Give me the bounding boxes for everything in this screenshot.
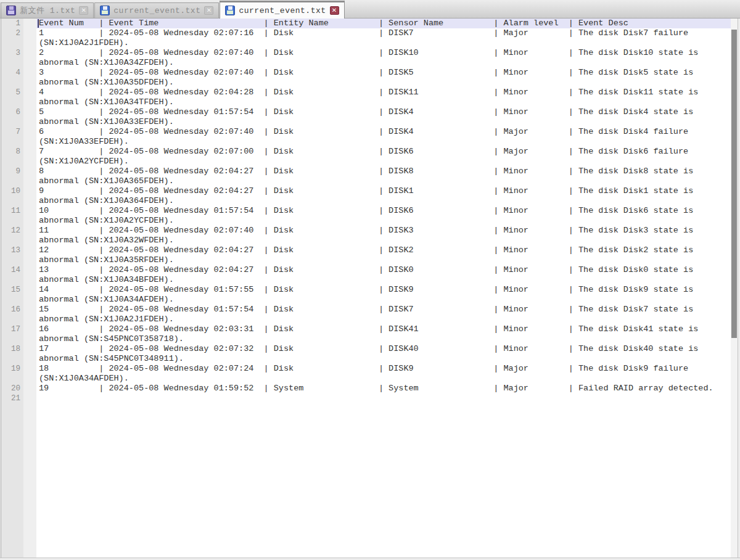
line-rows: 5 | 2024-05-08 Wednesday 01:57:54 | Disk… bbox=[36, 107, 731, 127]
text-row[interactable] bbox=[39, 393, 731, 403]
text-row-wrapped[interactable]: abnormal (SN:X1J0A35DFDEH). bbox=[39, 78, 731, 88]
line-rows: 13 | 2024-05-08 Wednesday 02:04:27 | Dis… bbox=[36, 265, 731, 285]
line-number[interactable]: 12 bbox=[1, 226, 23, 236]
line-number[interactable]: 17 bbox=[1, 324, 23, 334]
tab-title: current_event.txt bbox=[113, 6, 200, 15]
text-row-wrapped[interactable]: abnormal (SN:S45PNC0T358718). bbox=[39, 334, 731, 344]
scrollbar-thumb[interactable] bbox=[731, 30, 737, 338]
line-number[interactable]: 8 bbox=[1, 147, 23, 157]
text-line: 17 16 | 2024-05-08 Wednesday 02:03:31 | … bbox=[1, 324, 731, 344]
text-row[interactable]: 7 | 2024-05-08 Wednesday 02:07:00 | Disk… bbox=[39, 147, 731, 157]
line-number[interactable]: 4 bbox=[1, 68, 23, 78]
text-row[interactable]: 4 | 2024-05-08 Wednesday 02:04:28 | Disk… bbox=[39, 88, 731, 97]
window-border-right bbox=[738, 0, 740, 560]
text-row[interactable]: 8 | 2024-05-08 Wednesday 02:04:27 | Disk… bbox=[39, 167, 731, 176]
text-content: 1 Event Num | Event Time | Entity Name |… bbox=[1, 19, 731, 403]
text-line: 21 bbox=[1, 393, 731, 403]
text-row[interactable]: 14 | 2024-05-08 Wednesday 01:57:55 | Dis… bbox=[39, 285, 731, 295]
line-rows: 14 | 2024-05-08 Wednesday 01:57:55 | Dis… bbox=[36, 285, 731, 305]
tab-title: current_event.txt bbox=[239, 6, 326, 15]
line-rows: 9 | 2024-05-08 Wednesday 02:04:27 | Disk… bbox=[36, 186, 731, 206]
line-rows: 3 | 2024-05-08 Wednesday 02:07:40 | Disk… bbox=[36, 68, 731, 88]
text-row-wrapped[interactable]: abnormal (SN:S45PNC0T348911). bbox=[39, 354, 731, 364]
tab-new-file-1[interactable]: 新文件 1.txt ✕ bbox=[1, 2, 94, 18]
text-row[interactable]: 1 | 2024-05-08 Wednesday 02:07:16 | Disk… bbox=[39, 28, 731, 38]
text-row[interactable]: 12 | 2024-05-08 Wednesday 02:04:27 | Dis… bbox=[39, 245, 731, 255]
text-row[interactable]: 18 | 2024-05-08 Wednesday 02:07:24 | Dis… bbox=[39, 364, 731, 374]
line-number[interactable]: 14 bbox=[1, 265, 23, 275]
line-number[interactable]: 11 bbox=[1, 206, 23, 216]
text-row[interactable]: Event Num | Event Time | Entity Name | S… bbox=[39, 19, 731, 28]
line-rows: 11 | 2024-05-08 Wednesday 02:07:40 | Dis… bbox=[36, 226, 731, 245]
tab-current-event-2-active[interactable]: current_event.txt ✕ bbox=[220, 1, 344, 19]
text-row[interactable]: 2 | 2024-05-08 Wednesday 02:07:40 | Disk… bbox=[39, 48, 731, 58]
text-row-wrapped[interactable]: abnormal (SN:X1J0A33EFDEH). bbox=[39, 117, 731, 127]
line-number[interactable]: 9 bbox=[1, 167, 23, 176]
line-number[interactable]: 13 bbox=[1, 245, 23, 255]
line-number[interactable]: 5 bbox=[1, 88, 23, 97]
text-row-wrapped[interactable]: abnormal (SN:X1J0A34ZFDEH). bbox=[39, 58, 731, 68]
text-row[interactable]: 17 | 2024-05-08 Wednesday 02:07:32 | Dis… bbox=[39, 344, 731, 354]
tab-current-event-1[interactable]: current_event.txt ✕ bbox=[94, 2, 219, 18]
text-row-wrapped[interactable]: abnormal (SN:X1J0A34BFDEH). bbox=[39, 275, 731, 285]
text-row-wrapped[interactable]: (SN:X1J0A2YCFDEH). bbox=[39, 157, 731, 167]
text-caret bbox=[38, 19, 39, 28]
text-line: 7 6 | 2024-05-08 Wednesday 02:07:40 | Di… bbox=[1, 127, 731, 147]
text-row[interactable]: 5 | 2024-05-08 Wednesday 01:57:54 | Disk… bbox=[39, 107, 731, 117]
text-row[interactable]: 10 | 2024-05-08 Wednesday 01:57:54 | Dis… bbox=[39, 206, 731, 216]
line-rows: Event Num | Event Time | Entity Name | S… bbox=[36, 19, 731, 28]
text-line: 15 14 | 2024-05-08 Wednesday 01:57:55 | … bbox=[1, 285, 731, 305]
line-rows: 18 | 2024-05-08 Wednesday 02:07:24 | Dis… bbox=[36, 364, 731, 384]
line-number[interactable]: 16 bbox=[1, 305, 23, 315]
line-number[interactable]: 19 bbox=[1, 364, 23, 374]
line-rows: 10 | 2024-05-08 Wednesday 01:57:54 | Dis… bbox=[36, 206, 731, 226]
text-line: 10 9 | 2024-05-08 Wednesday 02:04:27 | D… bbox=[1, 186, 731, 206]
line-number[interactable]: 10 bbox=[1, 186, 23, 196]
text-row-wrapped[interactable]: (SN:X1J0A34AFDEH). bbox=[39, 374, 731, 384]
text-line: 2 1 | 2024-05-08 Wednesday 02:07:16 | Di… bbox=[1, 28, 731, 48]
line-rows: 4 | 2024-05-08 Wednesday 02:04:28 | Disk… bbox=[36, 88, 731, 107]
text-row[interactable]: 19 | 2024-05-08 Wednesday 01:59:52 | Sys… bbox=[39, 384, 731, 393]
close-icon[interactable]: ✕ bbox=[79, 6, 88, 15]
text-line: 4 3 | 2024-05-08 Wednesday 02:07:40 | Di… bbox=[1, 68, 731, 88]
text-line: 9 8 | 2024-05-08 Wednesday 02:04:27 | Di… bbox=[1, 167, 731, 186]
text-line: 6 5 | 2024-05-08 Wednesday 01:57:54 | Di… bbox=[1, 107, 731, 127]
line-number[interactable]: 6 bbox=[1, 107, 23, 117]
editor-area[interactable]: 1 Event Num | Event Time | Entity Name |… bbox=[1, 19, 731, 558]
text-row-wrapped[interactable]: abnormal (SN:X1J0A365FDEH). bbox=[39, 176, 731, 186]
close-icon[interactable]: ✕ bbox=[330, 6, 339, 15]
close-icon[interactable]: ✕ bbox=[204, 6, 213, 15]
save-file-icon bbox=[100, 6, 110, 15]
text-row-wrapped[interactable]: abnormal (SN:X1J0A2J1FDEH). bbox=[39, 315, 731, 324]
line-number[interactable]: 2 bbox=[1, 28, 23, 38]
text-row-wrapped[interactable]: (SN:X1J0A33EFDEH). bbox=[39, 137, 731, 147]
line-number[interactable]: 20 bbox=[1, 384, 23, 393]
line-number[interactable]: 18 bbox=[1, 344, 23, 354]
text-line: 3 2 | 2024-05-08 Wednesday 02:07:40 | Di… bbox=[1, 48, 731, 68]
line-rows: 6 | 2024-05-08 Wednesday 02:07:40 | Disk… bbox=[36, 127, 731, 147]
vertical-scrollbar[interactable] bbox=[731, 19, 738, 558]
text-row[interactable]: 11 | 2024-05-08 Wednesday 02:07:40 | Dis… bbox=[39, 226, 731, 236]
line-number[interactable]: 1 bbox=[1, 19, 23, 28]
line-number[interactable]: 3 bbox=[1, 48, 23, 58]
text-row[interactable]: 16 | 2024-05-08 Wednesday 02:03:31 | Dis… bbox=[39, 324, 731, 334]
text-row[interactable]: 13 | 2024-05-08 Wednesday 02:04:27 | Dis… bbox=[39, 265, 731, 275]
line-number[interactable]: 7 bbox=[1, 127, 23, 137]
line-number[interactable]: 21 bbox=[1, 393, 23, 403]
text-row-wrapped[interactable]: abnormal (SN:X1J0A32WFDEH). bbox=[39, 236, 731, 245]
text-row[interactable]: 6 | 2024-05-08 Wednesday 02:07:40 | Disk… bbox=[39, 127, 731, 137]
line-rows: 17 | 2024-05-08 Wednesday 02:07:32 | Dis… bbox=[36, 344, 731, 364]
text-row-wrapped[interactable]: (SN:X1J0A2J1FDEH). bbox=[39, 38, 731, 48]
line-rows: 15 | 2024-05-08 Wednesday 01:57:54 | Dis… bbox=[36, 305, 731, 324]
text-row[interactable]: 15 | 2024-05-08 Wednesday 01:57:54 | Dis… bbox=[39, 305, 731, 315]
line-number[interactable]: 15 bbox=[1, 285, 23, 295]
text-row-wrapped[interactable]: abnormal (SN:X1J0A34AFDEH). bbox=[39, 295, 731, 305]
tab-bar: 新文件 1.txt ✕ current_event.txt ✕ current_… bbox=[0, 0, 740, 19]
text-row-wrapped[interactable]: abnormal (SN:X1J0A35RFDEH). bbox=[39, 255, 731, 265]
text-row-wrapped[interactable]: abnormal (SN:X1J0A2YCFDEH). bbox=[39, 216, 731, 226]
text-row[interactable]: 3 | 2024-05-08 Wednesday 02:07:40 | Disk… bbox=[39, 68, 731, 78]
text-row-wrapped[interactable]: abnormal (SN:X1J0A34TFDEH). bbox=[39, 97, 731, 107]
line-rows: 16 | 2024-05-08 Wednesday 02:03:31 | Dis… bbox=[36, 324, 731, 344]
text-row[interactable]: 9 | 2024-05-08 Wednesday 02:04:27 | Disk… bbox=[39, 186, 731, 196]
text-row-wrapped[interactable]: abnormal (SN:X1J0A364FDEH). bbox=[39, 196, 731, 206]
